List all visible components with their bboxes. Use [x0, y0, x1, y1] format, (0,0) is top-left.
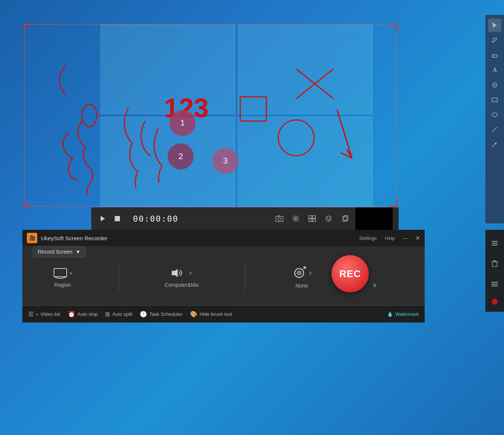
corner-tr	[390, 24, 397, 31]
auto-split-label: Auto split	[112, 311, 132, 317]
corner-bl	[24, 200, 31, 207]
watermark-label: Watermark	[395, 311, 419, 317]
rm-settings-button[interactable]	[489, 237, 501, 249]
right-mini-controls	[485, 230, 504, 312]
svg-rect-10	[115, 216, 120, 221]
svg-rect-30	[172, 271, 175, 275]
minimize-button[interactable]: —	[401, 235, 410, 241]
watermark-button[interactable]: 💧 Watermark	[387, 311, 419, 317]
svg-point-33	[298, 272, 300, 274]
rec-button-area: REC ∨	[332, 255, 379, 292]
auto-stop-button[interactable]: ⏰ Auto stop	[68, 311, 98, 318]
svg-rect-11	[276, 216, 283, 222]
svg-rect-17	[313, 216, 316, 218]
watermark-icon: 💧	[387, 311, 393, 317]
task-scheduler-button[interactable]: 🕐 Task Scheduler	[140, 311, 183, 318]
svg-rect-16	[309, 216, 312, 218]
svg-rect-52	[492, 262, 497, 267]
playback-bar: 00:00:00	[91, 207, 399, 230]
play-button[interactable]	[97, 213, 108, 224]
svg-point-12	[278, 218, 281, 220]
svg-point-23	[328, 219, 329, 220]
audio-control[interactable]: ∨ Computer&Mic	[165, 267, 199, 288]
layout-button[interactable]	[306, 213, 318, 225]
palette-button[interactable]	[323, 213, 335, 225]
auto-stop-label: Auto stop	[77, 311, 98, 317]
help-button[interactable]: Help	[383, 235, 397, 241]
stop-button[interactable]	[112, 213, 123, 224]
auto-stop-icon: ⏰	[68, 311, 75, 318]
pen-tool-button[interactable]	[488, 34, 501, 47]
svg-point-45	[492, 113, 497, 117]
settings-button[interactable]: Settings	[357, 235, 379, 241]
rec-button[interactable]: REC	[332, 255, 369, 292]
mode-label: Record Screen	[38, 249, 72, 255]
audio-icon: ∨	[171, 267, 192, 279]
video-list-caret: ∨	[36, 312, 38, 316]
svg-point-21	[327, 218, 328, 219]
video-list-label: Video list	[41, 311, 60, 317]
playback-timer: 00:00:00	[133, 214, 178, 223]
auto-split-button[interactable]: ⊞ Auto split	[105, 311, 132, 318]
screenshot-button[interactable]	[273, 213, 285, 225]
hide-brush-icon: 🎨	[190, 311, 197, 318]
svg-marker-9	[101, 216, 105, 221]
video-list-icon: ☰	[28, 311, 34, 318]
app-title: UkeySoft Screen Recorder	[41, 235, 353, 241]
recording-frame	[24, 24, 397, 207]
task-scheduler-icon: 🕐	[140, 311, 147, 318]
audio-label: Computer&Mic	[165, 282, 199, 288]
camera-label: None	[295, 283, 308, 289]
recorder-titlebar: 🎥 UkeySoft Screen Recorder Settings Help…	[22, 230, 425, 246]
auto-split-icon: ⊞	[105, 311, 110, 318]
divider-2	[245, 263, 245, 292]
preview-area	[355, 207, 393, 230]
region-label: Region	[54, 282, 71, 288]
region-icon: ∨	[53, 267, 73, 279]
controls-area: ∨ Region ∨ Computer&Mic	[30, 259, 335, 296]
svg-rect-19	[313, 219, 316, 222]
rec-caret[interactable]: ∨	[370, 280, 379, 289]
svg-marker-38	[492, 22, 497, 28]
corner-tl	[24, 24, 31, 31]
rectangle-tool-button[interactable]	[488, 93, 501, 107]
arrow-tool-button[interactable]	[488, 138, 501, 151]
svg-point-20	[326, 216, 331, 221]
svg-rect-18	[309, 219, 312, 222]
svg-rect-13	[278, 215, 279, 216]
spotlight-tool-button[interactable]	[488, 78, 501, 92]
mode-dropdown[interactable]: Record Screen ▼	[33, 246, 85, 257]
svg-line-46	[492, 127, 497, 132]
hide-brush-label: Hide brush tool	[200, 311, 232, 317]
svg-point-43	[494, 84, 495, 86]
line-tool-button[interactable]	[488, 123, 501, 136]
rm-rec-indicator	[492, 299, 498, 305]
record-region-button[interactable]	[290, 213, 302, 225]
rm-menu-button[interactable]	[489, 278, 501, 290]
rm-trash-button[interactable]	[489, 258, 501, 270]
divider-1	[118, 263, 119, 292]
close-button[interactable]: ✕	[415, 235, 420, 242]
right-toolbar: A	[485, 15, 504, 223]
cursor-tool-button[interactable]	[488, 19, 501, 32]
text-tool-button[interactable]: A	[488, 63, 501, 77]
app-icon: 🎥	[27, 233, 37, 243]
camera-icon: ∨	[291, 266, 312, 280]
region-control[interactable]: ∨ Region	[53, 267, 73, 288]
camera-control[interactable]: ∨ None	[291, 266, 312, 289]
bottom-bar: ☰ ∨ Video list ⏰ Auto stop ⊞ Auto split …	[22, 305, 425, 323]
svg-rect-40	[492, 55, 497, 57]
svg-rect-26	[54, 269, 67, 277]
svg-point-22	[329, 218, 330, 219]
svg-rect-44	[492, 98, 497, 102]
task-scheduler-label: Task Scheduler	[149, 311, 183, 317]
ellipse-tool-button[interactable]	[488, 108, 501, 121]
mode-caret: ▼	[75, 249, 80, 255]
video-list-button[interactable]: ☰ ∨ Video list	[28, 311, 60, 318]
corner-br	[390, 200, 397, 207]
svg-point-15	[295, 218, 297, 220]
copy-button[interactable]	[339, 213, 351, 225]
eraser-tool-button[interactable]	[488, 48, 501, 62]
hide-brush-button[interactable]: 🎨 Hide brush tool	[190, 311, 232, 318]
